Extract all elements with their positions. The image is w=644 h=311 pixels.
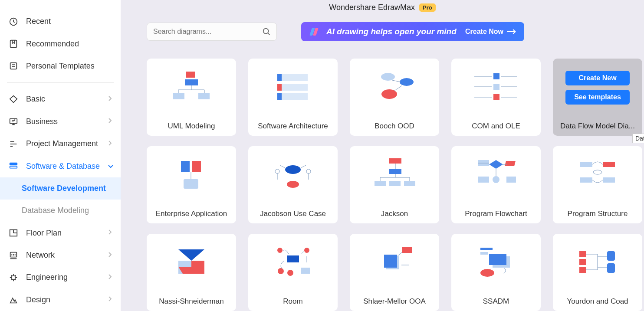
ai-banner-text: AI drawing helps open your mind <box>326 27 459 36</box>
template-card[interactable]: Jacobson Use Case <box>248 146 338 223</box>
sidebar-item-label: Software & Database <box>26 162 100 171</box>
template-card[interactable]: UML Modeling <box>147 59 236 136</box>
sidebar-sub-software-development[interactable]: Software Development <box>0 177 121 200</box>
svg-rect-10 <box>10 166 17 168</box>
template-thumb <box>147 146 236 204</box>
sidebar-item-network[interactable]: Network <box>0 244 121 266</box>
header: Wondershare EdrawMax Pro <box>121 0 644 15</box>
svg-line-21 <box>268 33 269 34</box>
sidebar-item-business[interactable]: Business <box>0 111 121 133</box>
svg-rect-1 <box>10 40 17 48</box>
template-thumb <box>553 146 642 204</box>
svg-point-20 <box>263 28 269 33</box>
sidebar-item-label: Network <box>26 251 100 260</box>
ai-banner[interactable]: AI drawing helps open your mind Create N… <box>301 22 524 41</box>
chevron-right-icon <box>108 95 112 103</box>
template-thumb <box>451 146 541 204</box>
template-title: Booch OOD <box>350 117 439 136</box>
tooltip: Dat <box>632 134 644 143</box>
templates-icon <box>9 61 18 71</box>
template-thumb <box>350 146 439 204</box>
template-title: Data Flow Model Dia... <box>553 117 642 136</box>
chevron-right-icon <box>108 229 112 237</box>
see-templates-button[interactable]: See templates <box>565 90 630 105</box>
chevron-right-icon <box>108 252 112 259</box>
template-thumb <box>147 59 236 117</box>
sidebar-item-basic[interactable]: Basic <box>0 88 121 110</box>
sidebar-item-design[interactable]: Design <box>0 289 121 311</box>
sidebar-item-label: Engineering <box>26 273 100 282</box>
sidebar-item-software-database[interactable]: Software & Database <box>0 155 121 177</box>
template-title: Room <box>248 292 338 311</box>
template-thumb: Create NewSee templates <box>553 59 642 117</box>
template-card[interactable]: Nassi-Shneiderman <box>147 234 236 311</box>
presentation-icon <box>9 117 18 126</box>
sidebar-item-label: Design <box>26 295 100 304</box>
template-card[interactable]: SSADM <box>451 234 541 311</box>
sidebar-item-recent[interactable]: Recent <box>0 10 121 33</box>
template-thumb <box>248 59 338 117</box>
sidebar-sub-label: Database Modeling <box>22 206 89 215</box>
template-card[interactable]: Software Architecture <box>248 59 338 136</box>
search-box[interactable] <box>147 23 277 41</box>
sidebar-item-label: Business <box>26 117 100 126</box>
sidebar-item-label: Floor Plan <box>26 229 100 238</box>
template-thumb <box>350 59 439 117</box>
chevron-right-icon <box>108 274 112 282</box>
create-new-button[interactable]: Create New <box>565 71 630 85</box>
sidebar-item-label: Project Management <box>26 139 100 148</box>
template-thumb <box>248 234 338 292</box>
sidebar-item-floor-plan[interactable]: Floor Plan <box>0 222 121 244</box>
svg-rect-9 <box>10 163 17 165</box>
clock-icon <box>9 17 18 26</box>
template-thumb <box>553 234 642 292</box>
design-icon <box>9 295 18 304</box>
template-title: COM and OLE <box>451 117 541 136</box>
template-thumb <box>147 234 236 292</box>
sidebar-item-project-management[interactable]: Project Management <box>0 133 121 155</box>
sidebar-item-engineering[interactable]: Engineering <box>0 266 121 288</box>
sidebar-item-label: Basic <box>26 95 100 104</box>
sidebar-sub-database-modeling[interactable]: Database Modeling <box>0 200 121 222</box>
template-card[interactable]: COM and OLE <box>451 59 541 136</box>
network-icon <box>9 251 18 260</box>
ai-logo-icon <box>311 28 320 36</box>
bookmark-icon <box>9 39 18 49</box>
template-title: Jackson <box>350 204 439 223</box>
template-thumb <box>248 146 338 204</box>
chevron-right-icon <box>108 118 112 125</box>
pro-badge: Pro <box>419 3 436 12</box>
template-card[interactable]: Booch OOD <box>350 59 439 136</box>
template-thumb <box>350 234 439 292</box>
template-card[interactable]: Program Flowchart <box>451 146 541 223</box>
gear-icon <box>9 273 18 282</box>
search-input[interactable] <box>153 28 262 36</box>
template-card[interactable]: Yourdon and Coad <box>553 234 642 311</box>
database-icon <box>9 161 18 171</box>
template-thumb <box>451 234 541 292</box>
template-card[interactable]: Create NewSee templatesData Flow Model D… <box>553 59 642 136</box>
template-card[interactable]: Jackson <box>350 146 439 223</box>
sidebar-item-recommended[interactable]: Recommended <box>0 33 121 55</box>
tag-icon <box>9 95 18 104</box>
template-card[interactable]: Program Structure <box>553 146 642 223</box>
template-title: Nassi-Shneiderman <box>147 292 236 311</box>
template-card[interactable]: Enterprise Application <box>147 146 236 223</box>
sidebar-divider <box>7 82 114 83</box>
ai-banner-button[interactable]: Create Now <box>465 28 515 36</box>
template-title: Jacobson Use Case <box>248 204 338 223</box>
template-card[interactable]: Room <box>248 234 338 311</box>
app-title: Wondershare EdrawMax <box>329 3 415 12</box>
template-title: Enterprise Application <box>147 204 236 223</box>
sidebar-sub-label: Software Development <box>22 184 106 193</box>
template-title: Program Flowchart <box>451 204 541 223</box>
template-card[interactable]: Shlaer-Mellor OOA <box>350 234 439 311</box>
sidebar-item-label: Personal Templates <box>26 62 112 71</box>
floorplan-icon <box>9 228 18 238</box>
template-title: SSADM <box>451 292 541 311</box>
template-thumb <box>451 59 541 117</box>
chevron-right-icon <box>108 296 112 304</box>
search-icon <box>262 27 271 36</box>
sidebar-item-personal-templates[interactable]: Personal Templates <box>0 55 121 77</box>
main-area: Wondershare EdrawMax Pro AI drawing help… <box>121 0 644 311</box>
